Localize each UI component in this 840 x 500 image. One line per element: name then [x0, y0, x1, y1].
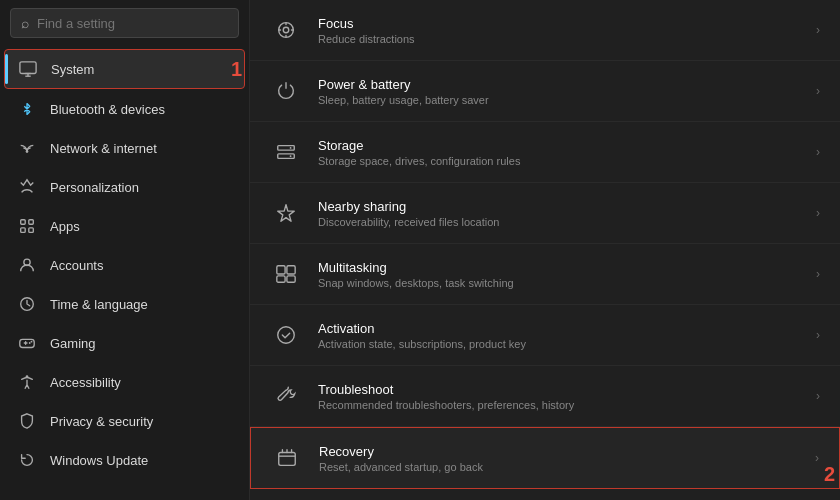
accounts-icon	[18, 256, 36, 274]
svg-point-25	[278, 327, 295, 344]
svg-rect-21	[277, 266, 285, 274]
chevron-right-icon-activation: ›	[816, 328, 820, 342]
sidebar-item-label-accounts: Accounts	[50, 258, 103, 273]
nav-list: System1Bluetooth & devicesNetwork & inte…	[0, 48, 249, 480]
recovery-settings-icon	[271, 442, 303, 474]
svg-point-4	[26, 150, 29, 153]
svg-point-20	[290, 155, 292, 157]
sidebar-item-label-apps: Apps	[50, 219, 80, 234]
settings-list: FocusReduce distractions›Power & battery…	[250, 0, 840, 489]
settings-item-activation[interactable]: ActivationActivation state, subscription…	[250, 305, 840, 366]
svg-rect-7	[21, 228, 26, 233]
settings-desc-multitasking: Snap windows, desktops, task switching	[318, 277, 514, 289]
settings-desc-focus: Reduce distractions	[318, 33, 415, 45]
sidebar-item-privacy[interactable]: Privacy & security	[4, 402, 245, 440]
settings-text-focus: FocusReduce distractions	[318, 16, 415, 45]
settings-desc-storage: Storage space, drives, configuration rul…	[318, 155, 520, 167]
sidebar-item-label-personalization: Personalization	[50, 180, 139, 195]
sidebar-item-accessibility[interactable]: Accessibility	[4, 363, 245, 401]
bluetooth-icon	[18, 100, 36, 118]
sidebar-item-label-update: Windows Update	[50, 453, 148, 468]
settings-title-troubleshoot: Troubleshoot	[318, 382, 574, 397]
sidebar-item-label-accessibility: Accessibility	[50, 375, 121, 390]
main-content: FocusReduce distractions›Power & battery…	[250, 0, 840, 500]
settings-text-troubleshoot: TroubleshootRecommended troubleshooters,…	[318, 382, 574, 411]
personalization-icon	[18, 178, 36, 196]
settings-text-storage: StorageStorage space, drives, configurat…	[318, 138, 520, 167]
chevron-right-icon-storage: ›	[816, 145, 820, 159]
settings-text-nearby: Nearby sharingDiscoverability, received …	[318, 199, 499, 228]
sidebar-item-label-time: Time & language	[50, 297, 148, 312]
settings-desc-troubleshoot: Recommended troubleshooters, preferences…	[318, 399, 574, 411]
svg-rect-26	[279, 453, 296, 466]
svg-point-13	[31, 341, 33, 343]
svg-point-19	[290, 147, 292, 149]
settings-item-storage[interactable]: StorageStorage space, drives, configurat…	[250, 122, 840, 183]
chevron-right-icon-multitasking: ›	[816, 267, 820, 281]
svg-point-15	[283, 27, 289, 33]
privacy-icon	[18, 412, 36, 430]
sidebar-item-system[interactable]: System1	[4, 49, 245, 89]
nearby-settings-icon	[270, 197, 302, 229]
search-icon: ⌕	[21, 15, 29, 31]
sidebar-item-time[interactable]: Time & language	[4, 285, 245, 323]
sidebar-item-accounts[interactable]: Accounts	[4, 246, 245, 284]
sidebar-item-update[interactable]: Windows Update	[4, 441, 245, 479]
settings-title-multitasking: Multitasking	[318, 260, 514, 275]
svg-rect-5	[21, 220, 26, 225]
settings-desc-activation: Activation state, subscriptions, product…	[318, 338, 526, 350]
sidebar-item-bluetooth[interactable]: Bluetooth & devices	[4, 90, 245, 128]
sidebar-item-network[interactable]: Network & internet	[4, 129, 245, 167]
gaming-icon	[18, 334, 36, 352]
settings-item-recovery[interactable]: RecoveryReset, advanced startup, go back…	[250, 427, 840, 489]
sidebar-item-gaming[interactable]: Gaming	[4, 324, 245, 362]
chevron-right-icon-recovery: ›	[815, 451, 819, 465]
settings-title-power: Power & battery	[318, 77, 489, 92]
update-icon	[18, 451, 36, 469]
settings-text-power: Power & batterySleep, battery usage, bat…	[318, 77, 489, 106]
storage-settings-icon	[270, 136, 302, 168]
accessibility-icon	[18, 373, 36, 391]
apps-icon	[18, 217, 36, 235]
settings-title-focus: Focus	[318, 16, 415, 31]
sidebar-item-label-system: System	[51, 62, 94, 77]
sidebar-item-apps[interactable]: Apps	[4, 207, 245, 245]
settings-desc-recovery: Reset, advanced startup, go back	[319, 461, 483, 473]
settings-title-recovery: Recovery	[319, 444, 483, 459]
settings-title-storage: Storage	[318, 138, 520, 153]
search-input[interactable]	[37, 16, 228, 31]
power-settings-icon	[270, 75, 302, 107]
chevron-right-icon-power: ›	[816, 84, 820, 98]
svg-rect-23	[277, 276, 285, 282]
chevron-right-icon-focus: ›	[816, 23, 820, 37]
settings-text-multitasking: MultitaskingSnap windows, desktops, task…	[318, 260, 514, 289]
settings-item-multitasking[interactable]: MultitaskingSnap windows, desktops, task…	[250, 244, 840, 305]
sidebar-item-label-bluetooth: Bluetooth & devices	[50, 102, 165, 117]
sidebar-item-label-gaming: Gaming	[50, 336, 96, 351]
chevron-right-icon-troubleshoot: ›	[816, 389, 820, 403]
troubleshoot-settings-icon	[270, 380, 302, 412]
settings-title-nearby: Nearby sharing	[318, 199, 499, 214]
svg-rect-6	[29, 220, 34, 225]
sidebar-item-personalization[interactable]: Personalization	[4, 168, 245, 206]
settings-title-activation: Activation	[318, 321, 526, 336]
settings-item-troubleshoot[interactable]: TroubleshootRecommended troubleshooters,…	[250, 366, 840, 427]
svg-rect-17	[278, 146, 295, 151]
search-box[interactable]: ⌕	[10, 8, 239, 38]
svg-rect-8	[29, 228, 34, 233]
settings-item-power[interactable]: Power & batterySleep, battery usage, bat…	[250, 61, 840, 122]
svg-rect-24	[287, 276, 295, 282]
time-icon	[18, 295, 36, 313]
network-icon	[18, 139, 36, 157]
settings-text-recovery: RecoveryReset, advanced startup, go back	[319, 444, 483, 473]
svg-point-12	[29, 342, 31, 344]
svg-rect-0	[20, 62, 36, 74]
sidebar: ⌕ System1Bluetooth & devicesNetwork & in…	[0, 0, 250, 500]
multitasking-settings-icon	[270, 258, 302, 290]
settings-item-nearby[interactable]: Nearby sharingDiscoverability, received …	[250, 183, 840, 244]
settings-desc-nearby: Discoverability, received files location	[318, 216, 499, 228]
svg-rect-22	[287, 266, 295, 274]
chevron-right-icon-nearby: ›	[816, 206, 820, 220]
annotation-2: 2	[824, 463, 835, 486]
settings-item-focus[interactable]: FocusReduce distractions›	[250, 0, 840, 61]
